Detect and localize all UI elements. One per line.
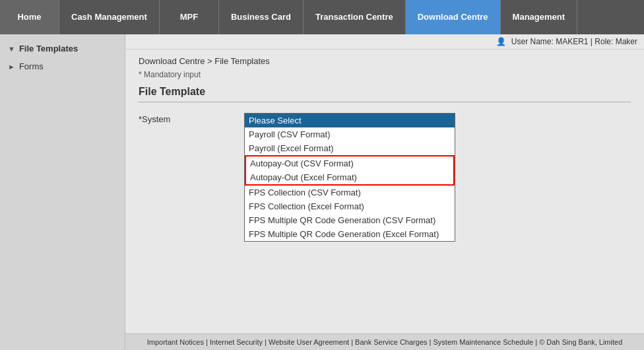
breadcrumb: Download Centre > File Templates bbox=[139, 56, 631, 66]
system-dropdown[interactable]: Please SelectPayroll (CSV Format)Payroll… bbox=[244, 113, 455, 242]
dropdown-option-fps-qr-csv[interactable]: FPS Multiple QR Code Generation (CSV For… bbox=[245, 213, 455, 227]
system-form-row: *System Please SelectPayroll (CSV Format… bbox=[139, 113, 631, 242]
system-label: *System bbox=[139, 113, 244, 124]
nav-item-management[interactable]: Management bbox=[501, 0, 577, 34]
sidebar-label: Forms bbox=[19, 61, 44, 71]
footer-copyright: | © Dah Sing Bank, Limited bbox=[535, 338, 622, 346]
footer-link[interactable]: System Maintenance Schedule bbox=[434, 338, 534, 346]
nav-item-transaction-centre[interactable]: Transaction Centre bbox=[304, 0, 406, 34]
sidebar-item-forms[interactable]: ►Forms bbox=[0, 57, 125, 75]
footer-link[interactable]: Internet Security bbox=[210, 338, 263, 346]
sidebar-arrow: ▼ bbox=[8, 45, 15, 53]
mandatory-note: * Mandatory input bbox=[139, 70, 631, 79]
dropdown-option-fps-excel[interactable]: FPS Collection (Excel Format) bbox=[245, 199, 455, 213]
sidebar-label: File Templates bbox=[19, 44, 78, 53]
nav-item-home[interactable]: Home bbox=[0, 0, 59, 34]
dropdown-option-please-select[interactable]: Please Select bbox=[245, 114, 455, 127]
dropdown-option-payroll-excel[interactable]: Payroll (Excel Format) bbox=[245, 141, 455, 155]
nav-item-download-centre[interactable]: Download Centre bbox=[406, 0, 501, 34]
dropdown-option-payroll-csv[interactable]: Payroll (CSV Format) bbox=[245, 127, 455, 141]
nav-item-cash-management[interactable]: Cash Management bbox=[59, 0, 160, 34]
main-content: 👤 User Name: MAKER1 | Role: Maker Downlo… bbox=[125, 34, 644, 350]
sidebar: ▼File Templates►Forms bbox=[0, 34, 125, 350]
footer-link[interactable]: Bank Service Charges bbox=[355, 338, 427, 346]
dropdown-option-fps-qr-excel[interactable]: FPS Multiple QR Code Generation (Excel F… bbox=[245, 227, 455, 241]
dropdown-option-autopay-excel[interactable]: Autopay-Out (Excel Format) bbox=[246, 170, 453, 184]
footer: Important Notices | Internet Security | … bbox=[125, 333, 644, 350]
nav-item-mpf[interactable]: MPF bbox=[160, 0, 219, 34]
user-info: User Name: MAKER1 | Role: Maker bbox=[511, 37, 637, 46]
section-title: File Template bbox=[139, 86, 631, 102]
highlighted-options-group: Autopay-Out (CSV Format)Autopay-Out (Exc… bbox=[245, 155, 455, 186]
footer-link[interactable]: Website User Agreement bbox=[269, 338, 349, 346]
sidebar-item-file-templates[interactable]: ▼File Templates bbox=[0, 40, 125, 57]
user-icon: 👤 bbox=[496, 37, 506, 46]
dropdown-option-fps-csv[interactable]: FPS Collection (CSV Format) bbox=[245, 186, 455, 199]
user-bar: 👤 User Name: MAKER1 | Role: Maker bbox=[125, 34, 644, 50]
main-layout: ▼File Templates►Forms 👤 User Name: MAKER… bbox=[0, 34, 644, 350]
sidebar-arrow: ► bbox=[8, 63, 15, 71]
footer-link[interactable]: Important Notices bbox=[147, 338, 204, 346]
content-area: Download Centre > File Templates * Manda… bbox=[125, 50, 644, 333]
footer-links: Important Notices | Internet Security | … bbox=[147, 338, 533, 346]
nav-item-business-card[interactable]: Business Card bbox=[219, 0, 304, 34]
top-navigation: HomeCash ManagementMPFBusiness CardTrans… bbox=[0, 0, 644, 34]
dropdown-option-autopay-csv[interactable]: Autopay-Out (CSV Format) bbox=[246, 157, 453, 170]
